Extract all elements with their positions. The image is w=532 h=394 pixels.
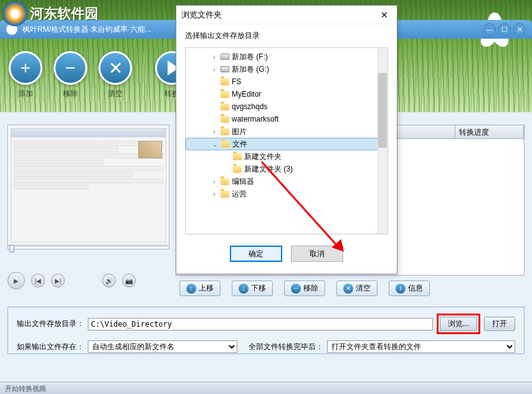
add-tool[interactable]: +添加 [6, 51, 45, 99]
after-label: 全部文件转换完毕后： [249, 342, 323, 352]
drive-icon [221, 66, 229, 72]
watermark-text: 河东软件园 [30, 4, 98, 23]
info-button[interactable]: i信息 [389, 281, 430, 296]
remove-tool[interactable]: −移除 [51, 51, 90, 99]
output-dir-input[interactable] [88, 318, 433, 330]
tree-item-label: 图片 [232, 127, 247, 137]
folder-icon [221, 141, 230, 148]
tree-item[interactable]: ›编辑器 [186, 175, 387, 188]
preview-panel [7, 125, 169, 249]
clear-button[interactable]: ✕清空 [336, 281, 378, 296]
prev-button[interactable]: |◀ [31, 274, 45, 287]
drive-icon [221, 54, 229, 60]
col-progress: 转换进度 [455, 125, 524, 138]
tree-item[interactable]: FS [186, 75, 387, 88]
folder-icon [221, 103, 229, 110]
preview-thumbnail [11, 128, 166, 243]
info-icon: i [396, 284, 406, 294]
next-button[interactable]: ▶| [51, 274, 65, 287]
expander-icon: › [211, 66, 218, 73]
tree-item-label: 文件 [232, 139, 247, 150]
watermark: 河东软件园 [2, 1, 98, 26]
separator [143, 51, 144, 95]
list-buttons: ↑上移 ↓下移 −移除 ✕清空 i信息 [176, 281, 525, 296]
ok-button[interactable]: 确定 [230, 246, 282, 262]
folder-icon [233, 153, 242, 160]
plus-icon: + [9, 51, 42, 85]
tree-item[interactable]: qvgszhqds [186, 100, 387, 113]
folder-icon [233, 166, 242, 173]
folder-icon [221, 178, 229, 185]
x-icon: ✕ [98, 51, 132, 85]
tree-item-label: 运营 [232, 189, 247, 199]
browse-highlight: 浏览... [437, 314, 480, 334]
x-icon: ✕ [343, 284, 353, 294]
clear-tool[interactable]: ✕清空 [96, 51, 135, 99]
folder-icon [221, 191, 229, 198]
cancel-button[interactable]: 取消 [291, 246, 343, 262]
tree-item[interactable]: ›新加卷 (G:) [186, 63, 387, 75]
tree-item[interactable]: ›运营 [186, 188, 387, 200]
close-button[interactable]: ✕ [513, 23, 526, 36]
tree-item[interactable]: ›新加卷 (F:) [186, 50, 387, 63]
move-up-button[interactable]: ↑上移 [179, 281, 221, 296]
status-bar: 开始转换视频 [0, 382, 532, 394]
tree-item-label: 新建文件夹 (3) [244, 164, 293, 175]
dialog-subtitle: 选择输出文件存放目录 [176, 24, 397, 45]
tree-item-label: FS [232, 77, 241, 86]
remove-button[interactable]: −移除 [284, 281, 325, 296]
dialog-buttons: 确定 取消 [176, 237, 397, 271]
expander-icon: › [211, 54, 218, 60]
tree-item-label: 新建文件夹 [244, 151, 282, 162]
tree-item[interactable]: MyEditor [186, 88, 387, 100]
browse-folder-dialog: 浏览文件夹 ✕ 选择输出文件存放目录 ›新加卷 (F:)›新加卷 (G:)FSM… [176, 5, 397, 274]
scrollbar-thumb[interactable] [378, 73, 387, 148]
minimize-button[interactable]: — [483, 23, 496, 36]
down-icon: ↓ [239, 284, 249, 294]
minus-icon: − [291, 284, 301, 294]
browse-button[interactable]: 浏览... [440, 317, 477, 331]
tree-item-label: 编辑器 [232, 176, 254, 187]
dialog-title-bar: 浏览文件夹 ✕ [176, 6, 397, 24]
folder-icon [221, 91, 229, 98]
folder-icon [221, 79, 229, 85]
up-icon: ↑ [186, 284, 196, 294]
tree-item-label: qvgszhqds [232, 102, 267, 111]
minus-icon: − [54, 51, 87, 85]
tree-item-label: watermarksoft [232, 115, 278, 123]
dialog-close-button[interactable]: ✕ [377, 7, 392, 22]
folder-tree[interactable]: ›新加卷 (F:)›新加卷 (G:)FSMyEditorqvgszhqdswat… [185, 47, 388, 234]
watermark-logo [2, 1, 27, 26]
playback-controls: ▶ |◀ ▶| 🔊 📷 [7, 272, 136, 289]
expander-icon: › [211, 191, 218, 198]
output-dir-label: 输出文件存放目录： [17, 319, 84, 329]
expander-icon: › [211, 178, 218, 185]
preview-slider[interactable] [8, 241, 169, 250]
output-panel: 输出文件存放目录： 浏览... 打开 如果输出文件存在： 自动生成相应的新文件名… [7, 307, 525, 354]
expander-icon: › [211, 128, 218, 135]
tree-item-label: 新加卷 (G:) [232, 64, 269, 75]
snapshot-button[interactable]: 📷 [122, 274, 136, 287]
tree-item[interactable]: 新建文件夹 (3) [186, 163, 387, 175]
expander-icon: ⌄ [211, 141, 219, 148]
tree-item-label: MyEditor [232, 90, 261, 98]
scrollbar[interactable] [378, 48, 387, 234]
tree-item[interactable]: 新建文件夹 [186, 150, 387, 163]
tree-item-label: 新加卷 (F:) [232, 52, 268, 62]
tree-item[interactable]: ›图片 [186, 125, 387, 138]
open-button[interactable]: 打开 [484, 317, 515, 331]
exists-label: 如果输出文件存在： [17, 342, 84, 352]
dialog-title: 浏览文件夹 [181, 9, 222, 21]
folder-icon [221, 128, 229, 135]
folder-icon [221, 116, 229, 123]
move-down-button[interactable]: ↓下移 [232, 281, 273, 296]
after-select[interactable]: 打开文件夹查看转换的文件 [327, 340, 515, 353]
maximize-button[interactable]: ☐ [498, 23, 511, 36]
exists-select[interactable]: 自动生成相应的新文件名 [88, 340, 237, 353]
tree-item[interactable]: watermarksoft [186, 113, 387, 125]
tree-item[interactable]: ⌄文件 [186, 138, 387, 150]
volume-button[interactable]: 🔊 [102, 274, 116, 287]
play-button[interactable]: ▶ [7, 272, 25, 289]
